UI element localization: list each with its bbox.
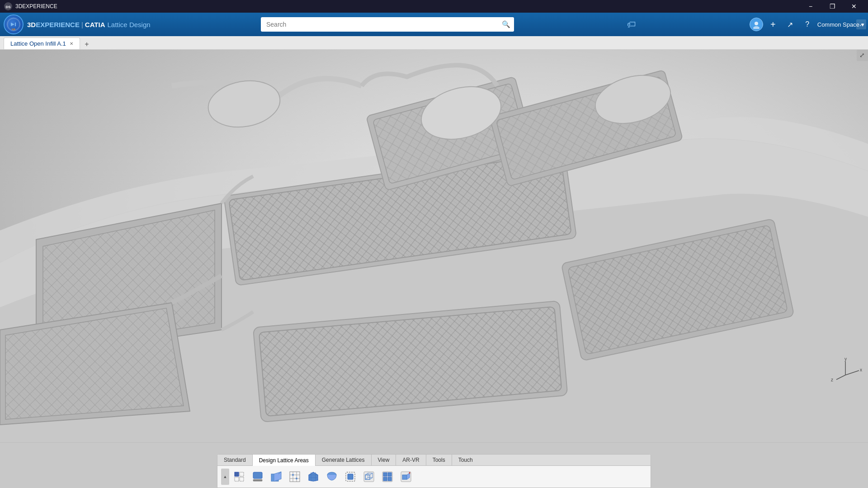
svg-rect-49 <box>235 472 239 476</box>
minimize-button[interactable]: − <box>800 0 821 13</box>
tab-design-lattice-areas[interactable]: Design Lattice Areas <box>253 455 316 466</box>
tool-fill-button[interactable] <box>342 468 359 485</box>
toolbar-icons-row: ▲ <box>217 466 651 488</box>
common-space-label: Common Space <box>817 21 859 28</box>
svg-rect-4 <box>15 23 16 26</box>
fill-icon <box>345 471 356 482</box>
restore-button[interactable]: ❐ <box>822 0 843 13</box>
svg-text:y: y <box>844 357 847 361</box>
svg-rect-80 <box>388 473 392 476</box>
box-icon <box>271 471 282 482</box>
tab-view[interactable]: View <box>372 455 396 465</box>
svg-text:x: x <box>860 367 862 372</box>
share-button[interactable]: ↗ <box>783 17 797 32</box>
toolbar-tab-row: Standard Design Lattice Areas Generate L… <box>217 455 651 466</box>
svg-point-6 <box>755 22 758 25</box>
right-toolbar: + ↗ ? Common Space ▾ <box>750 17 864 32</box>
tool-point-button[interactable] <box>360 468 377 485</box>
tab-tools[interactable]: Tools <box>426 455 452 465</box>
app-brand: 3DEXPERIENCE | CATIA Lattice Design <box>27 21 151 28</box>
title-bar: DS 3DEXPERIENCE − ❐ ✕ <box>0 0 868 13</box>
select-icon <box>234 471 245 482</box>
svg-text:V.R: V.R <box>12 28 15 31</box>
svg-rect-51 <box>235 477 239 481</box>
export-icon <box>401 471 411 482</box>
svg-rect-53 <box>253 472 262 479</box>
app-logo-icon: DS <box>4 2 13 11</box>
tab-generate-lattices[interactable]: Generate Lattices <box>316 455 372 465</box>
svg-text:DS: DS <box>5 5 11 9</box>
svg-rect-57 <box>290 472 300 482</box>
file-tab-name: Lattice Open Infill A.1 <box>10 40 66 47</box>
main-toolbar: V.R 3DEXPERIENCE | CATIA Lattice Design … <box>0 13 868 36</box>
tool-select-button[interactable] <box>231 468 248 485</box>
brand-module: Lattice Design <box>108 21 151 28</box>
tab-ar-vr[interactable]: AR-VR <box>396 455 426 465</box>
add-tab-button[interactable]: + <box>82 39 92 49</box>
tool-grid-button[interactable] <box>379 468 396 485</box>
svg-rect-84 <box>402 475 407 479</box>
help-button[interactable]: ? <box>800 17 815 32</box>
svg-rect-82 <box>388 477 392 481</box>
svg-text:⤢: ⤢ <box>859 52 865 59</box>
svg-marker-3 <box>11 23 14 26</box>
brand-3d: 3D <box>27 21 36 28</box>
tool-mesh-button[interactable] <box>286 468 303 485</box>
solid-icon <box>326 471 337 482</box>
svg-point-63 <box>296 478 297 479</box>
svg-rect-52 <box>240 477 244 481</box>
svg-rect-50 <box>240 472 244 476</box>
tool-box-button[interactable] <box>268 468 285 485</box>
brand-separator: | <box>81 21 83 28</box>
svg-rect-54 <box>253 479 262 481</box>
close-button[interactable]: ✕ <box>844 0 864 13</box>
search-input[interactable] <box>261 17 514 32</box>
titlebar-title-text: 3DEXPERIENCE <box>15 3 57 9</box>
mesh-icon <box>289 471 300 482</box>
tab-bar: Lattice Open Infill A.1 ✕ + <box>0 36 868 50</box>
tab-standard[interactable]: Standard <box>217 455 253 465</box>
tab-close-icon[interactable]: ✕ <box>70 41 73 46</box>
user-avatar[interactable] <box>750 18 763 31</box>
collapse-toolbar-button[interactable]: ▲ <box>221 469 229 485</box>
search-container: 🔍 <box>261 17 514 32</box>
avatar-icon <box>752 20 761 29</box>
fullscreen-button[interactable]: ⤢ <box>856 19 866 29</box>
brand-catia: CATIA <box>85 21 105 28</box>
tag-button[interactable]: 🏷 <box>624 17 639 32</box>
svg-point-62 <box>292 474 294 476</box>
bottom-panel: Standard Design Lattice Areas Generate L… <box>0 454 868 488</box>
compass-button[interactable]: V.R <box>4 14 24 34</box>
titlebar-left: DS 3DEXPERIENCE <box>4 2 57 11</box>
tool-lattice-area-button[interactable] <box>305 468 322 485</box>
file-tab[interactable]: Lattice Open Infill A.1 ✕ <box>4 38 80 49</box>
tool-export-button[interactable] <box>397 468 415 485</box>
region-icon <box>252 471 263 482</box>
tool-region-button[interactable] <box>249 468 266 485</box>
brand-experience: EXPERIENCE <box>36 21 80 28</box>
compass-icon: V.R <box>7 18 20 31</box>
svg-point-7 <box>753 26 760 29</box>
tab-touch[interactable]: Touch <box>452 455 479 465</box>
svg-rect-79 <box>383 473 387 476</box>
titlebar-controls: − ❐ ✕ <box>800 0 864 13</box>
search-icon[interactable]: 🔍 <box>502 20 510 28</box>
tool-solid-button[interactable] <box>323 468 340 485</box>
point-icon <box>363 471 374 482</box>
svg-text:z: z <box>831 377 833 382</box>
model-viewport: x y z ⤢ <box>0 50 868 443</box>
svg-rect-70 <box>348 474 353 479</box>
grid-icon <box>382 471 393 482</box>
toolbar-tabs-container: Standard Design Lattice Areas Generate L… <box>217 454 651 488</box>
compass-inner: V.R <box>7 18 20 31</box>
add-button[interactable]: + <box>766 17 780 32</box>
svg-rect-81 <box>383 477 387 481</box>
viewport[interactable]: x y z ⤢ <box>0 50 868 443</box>
lattice-area-icon <box>308 471 319 482</box>
